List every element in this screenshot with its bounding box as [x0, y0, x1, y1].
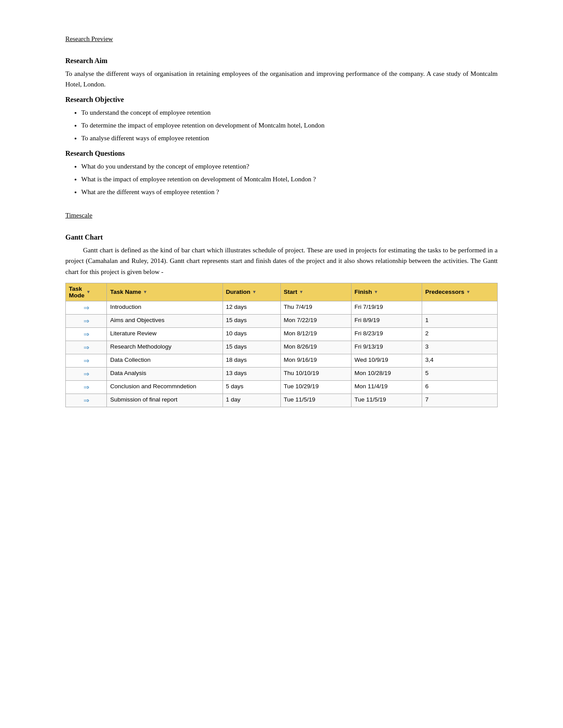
task-name-cell: Conclusion and Recommndetion	[107, 380, 223, 394]
task-mode-cell: ⇒	[66, 380, 107, 394]
predecessors-cell	[422, 301, 497, 314]
gantt-table: Task Mode ▼ Task Name ▼ Duration ▼ Start	[65, 283, 498, 407]
task-mode-dropdown-arrow[interactable]: ▼	[86, 289, 91, 294]
duration-cell: 13 days	[223, 367, 280, 380]
col-header-duration-label: Duration	[226, 289, 251, 295]
research-questions-heading: Research Questions	[65, 150, 498, 158]
research-preview-link[interactable]: Research Preview	[65, 35, 113, 43]
list-item: What is the impact of employee retention…	[81, 174, 498, 185]
table-row: ⇒Research Methodology15 daysMon 8/26/19F…	[66, 341, 498, 354]
task-mode-cell: ⇒	[66, 354, 107, 367]
col-header-finish-label: Finish	[355, 289, 372, 295]
col-header-duration[interactable]: Duration ▼	[223, 283, 280, 301]
duration-cell: 15 days	[223, 341, 280, 354]
col-header-task-name[interactable]: Task Name ▼	[107, 283, 223, 301]
task-name-cell: Data Analysis	[107, 367, 223, 380]
table-row: ⇒Data Analysis13 daysThu 10/10/19Mon 10/…	[66, 367, 498, 380]
predecessors-cell: 7	[422, 394, 497, 407]
col-header-start[interactable]: Start ▼	[280, 283, 351, 301]
finish-cell: Mon 10/28/19	[351, 367, 422, 380]
task-name-dropdown-arrow[interactable]: ▼	[143, 289, 147, 294]
research-objective-list: To understand the concept of employee re…	[81, 107, 498, 143]
col-header-predecessors-label: Predecessors	[425, 289, 465, 295]
predecessors-dropdown-arrow[interactable]: ▼	[466, 289, 470, 294]
task-name-cell: Research Methodology	[107, 341, 223, 354]
finish-cell: Fri 7/19/19	[351, 301, 422, 314]
start-cell: Thu 10/10/19	[280, 367, 351, 380]
table-row: ⇒Aims and Objectives15 daysMon 7/22/19Fr…	[66, 314, 498, 327]
col-header-start-label: Start	[284, 289, 298, 295]
duration-cell: 1 day	[223, 394, 280, 407]
predecessors-cell: 3	[422, 341, 497, 354]
duration-dropdown-arrow[interactable]: ▼	[252, 289, 257, 294]
table-row: ⇒Data Collection18 daysMon 9/16/19Wed 10…	[66, 354, 498, 367]
list-item: To understand the concept of employee re…	[81, 107, 498, 118]
list-item: To analyse different ways of employee re…	[81, 133, 498, 144]
finish-cell: Tue 11/5/19	[351, 394, 422, 407]
table-row: ⇒Conclusion and Recommndetion5 daysTue 1…	[66, 380, 498, 394]
start-cell: Tue 11/5/19	[280, 394, 351, 407]
list-item: To determine the impact of employee rete…	[81, 120, 498, 131]
task-mode-cell: ⇒	[66, 394, 107, 407]
predecessors-cell: 3,4	[422, 354, 497, 367]
predecessors-cell: 2	[422, 327, 497, 341]
duration-cell: 18 days	[223, 354, 280, 367]
finish-cell: Mon 11/4/19	[351, 380, 422, 394]
start-cell: Mon 9/16/19	[280, 354, 351, 367]
finish-cell: Fri 9/13/19	[351, 341, 422, 354]
task-mode-cell: ⇒	[66, 327, 107, 341]
duration-cell: 10 days	[223, 327, 280, 341]
research-aim-heading: Research Aim	[65, 57, 498, 65]
start-cell: Thu 7/4/19	[280, 301, 351, 314]
start-cell: Mon 8/12/19	[280, 327, 351, 341]
col-header-task-mode[interactable]: Task Mode ▼	[66, 283, 107, 301]
table-header-row: Task Mode ▼ Task Name ▼ Duration ▼ Start	[66, 283, 498, 301]
task-mode-cell: ⇒	[66, 367, 107, 380]
duration-cell: 15 days	[223, 314, 280, 327]
research-aim-text: To analyse the different ways of organis…	[65, 68, 498, 90]
start-dropdown-arrow[interactable]: ▼	[299, 289, 303, 294]
col-header-task-mode-label: Task Mode	[69, 285, 84, 299]
research-objective-heading: Research Objective	[65, 96, 498, 104]
task-name-cell: Aims and Objectives	[107, 314, 223, 327]
duration-cell: 12 days	[223, 301, 280, 314]
col-header-finish[interactable]: Finish ▼	[351, 283, 422, 301]
start-cell: Mon 8/26/19	[280, 341, 351, 354]
finish-dropdown-arrow[interactable]: ▼	[374, 289, 378, 294]
start-cell: Mon 7/22/19	[280, 314, 351, 327]
start-cell: Tue 10/29/19	[280, 380, 351, 394]
task-mode-cell: ⇒	[66, 301, 107, 314]
table-row: ⇒Submission of final report1 dayTue 11/5…	[66, 394, 498, 407]
task-name-cell: Introduction	[107, 301, 223, 314]
predecessors-cell: 6	[422, 380, 497, 394]
task-mode-cell: ⇒	[66, 314, 107, 327]
table-row: ⇒Literature Review10 daysMon 8/12/19Fri …	[66, 327, 498, 341]
list-item: What are the different ways of employee …	[81, 187, 498, 198]
predecessors-cell: 5	[422, 367, 497, 380]
task-name-cell: Literature Review	[107, 327, 223, 341]
col-header-task-name-label: Task Name	[110, 289, 141, 295]
predecessors-cell: 1	[422, 314, 497, 327]
timescale-link[interactable]: Timescale	[65, 212, 92, 219]
task-name-cell: Submission of final report	[107, 394, 223, 407]
task-name-cell: Data Collection	[107, 354, 223, 367]
list-item: What do you understand by the concept of…	[81, 161, 498, 172]
duration-cell: 5 days	[223, 380, 280, 394]
finish-cell: Fri 8/9/19	[351, 314, 422, 327]
gantt-chart-heading: Gantt Chart	[65, 233, 498, 241]
research-questions-list: What do you understand by the concept of…	[81, 161, 498, 197]
gantt-intro-text: Gantt chart is defined as the kind of ba…	[65, 245, 498, 278]
col-header-predecessors[interactable]: Predecessors ▼	[422, 283, 497, 301]
finish-cell: Wed 10/9/19	[351, 354, 422, 367]
finish-cell: Fri 8/23/19	[351, 327, 422, 341]
task-mode-cell: ⇒	[66, 341, 107, 354]
table-row: ⇒Introduction12 daysThu 7/4/19Fri 7/19/1…	[66, 301, 498, 314]
